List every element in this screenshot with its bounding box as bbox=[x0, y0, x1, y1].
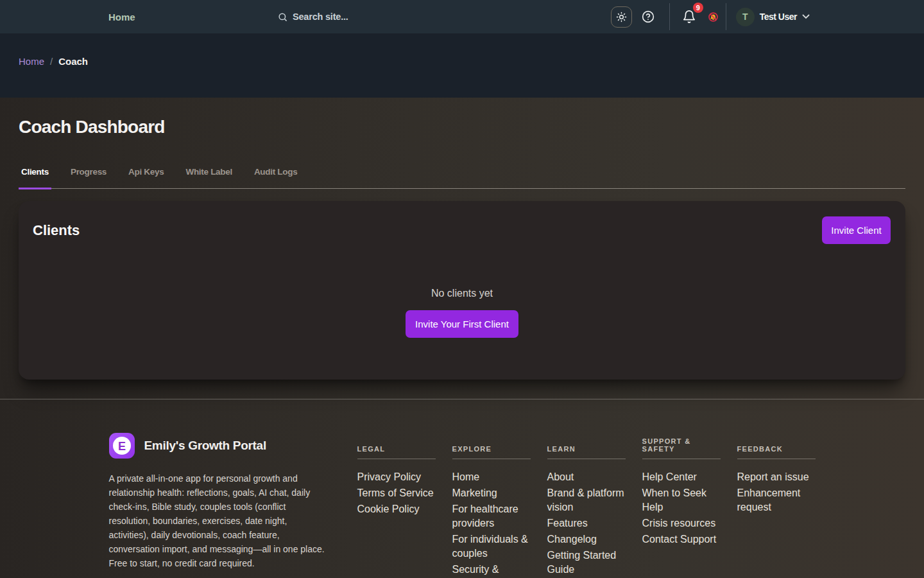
svg-text:E: E bbox=[117, 440, 125, 453]
